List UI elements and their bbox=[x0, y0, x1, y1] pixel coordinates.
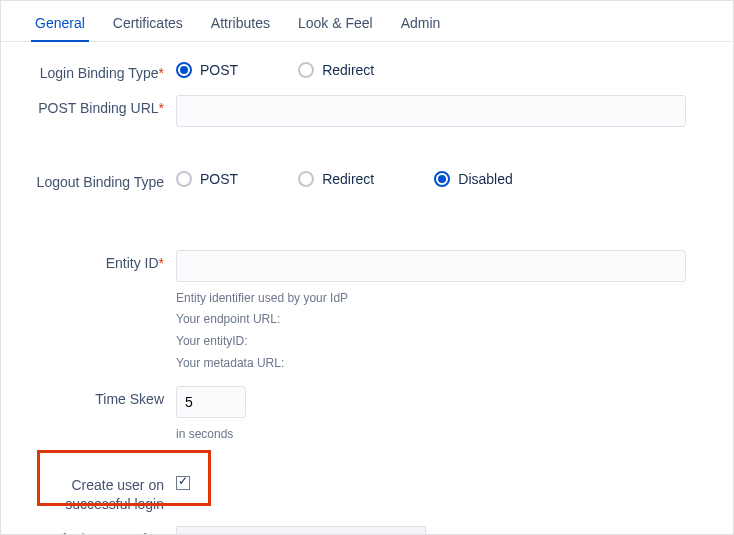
radio-login-post[interactable]: POST bbox=[176, 62, 238, 78]
radio-logout-post[interactable]: POST bbox=[176, 171, 238, 187]
create-user-checkbox[interactable] bbox=[176, 476, 190, 490]
tab-admin[interactable]: Admin bbox=[387, 9, 455, 41]
label-logout-binding: Logout Binding Type bbox=[31, 169, 176, 192]
radio-icon bbox=[176, 62, 192, 78]
help-entity: Entity identifier used by your IdP Your … bbox=[176, 288, 703, 374]
tab-certificates[interactable]: Certificates bbox=[99, 9, 197, 41]
radio-icon bbox=[298, 62, 314, 78]
select-value: customer-A bbox=[185, 531, 251, 535]
label-entity-id: Entity ID* bbox=[31, 250, 176, 273]
radio-icon bbox=[434, 171, 450, 187]
radio-icon bbox=[298, 171, 314, 187]
post-binding-url-input[interactable] bbox=[176, 95, 686, 127]
radio-logout-redirect[interactable]: Redirect bbox=[298, 171, 374, 187]
entity-id-input[interactable] bbox=[176, 250, 686, 282]
radio-logout-disabled[interactable]: Disabled bbox=[434, 171, 512, 187]
default-groups-select[interactable]: customer-A bbox=[176, 526, 426, 535]
row-default-groups: Default Groups for* customer-A bbox=[31, 526, 703, 535]
radio-icon bbox=[176, 171, 192, 187]
help-seconds: in seconds bbox=[176, 424, 703, 446]
form-area: Login Binding Type* POST Redirect POST B… bbox=[1, 42, 733, 535]
time-skew-input[interactable] bbox=[176, 386, 246, 418]
row-logout-binding: Logout Binding Type POST Redirect Disabl… bbox=[31, 169, 703, 192]
radio-login-redirect[interactable]: Redirect bbox=[298, 62, 374, 78]
tab-bar: General Certificates Attributes Look & F… bbox=[1, 1, 733, 42]
tab-attributes[interactable]: Attributes bbox=[197, 9, 284, 41]
row-login-binding: Login Binding Type* POST Redirect bbox=[31, 60, 703, 83]
row-entity-id: Entity ID* Entity identifier used by you… bbox=[31, 250, 703, 374]
tab-look-and-feel[interactable]: Look & Feel bbox=[284, 9, 387, 41]
label-login-binding: Login Binding Type* bbox=[31, 60, 176, 83]
config-panel: General Certificates Attributes Look & F… bbox=[0, 0, 734, 535]
label-default-groups: Default Groups for* bbox=[31, 526, 176, 535]
tab-general[interactable]: General bbox=[21, 9, 99, 41]
label-post-binding-url: POST Binding URL* bbox=[31, 95, 176, 118]
row-post-binding-url: POST Binding URL* bbox=[31, 95, 703, 127]
label-time-skew: Time Skew bbox=[31, 386, 176, 409]
row-create-user: Create user on successful login bbox=[31, 472, 703, 514]
label-create-user: Create user on successful login bbox=[31, 472, 176, 514]
row-time-skew: Time Skew in seconds bbox=[31, 386, 703, 446]
